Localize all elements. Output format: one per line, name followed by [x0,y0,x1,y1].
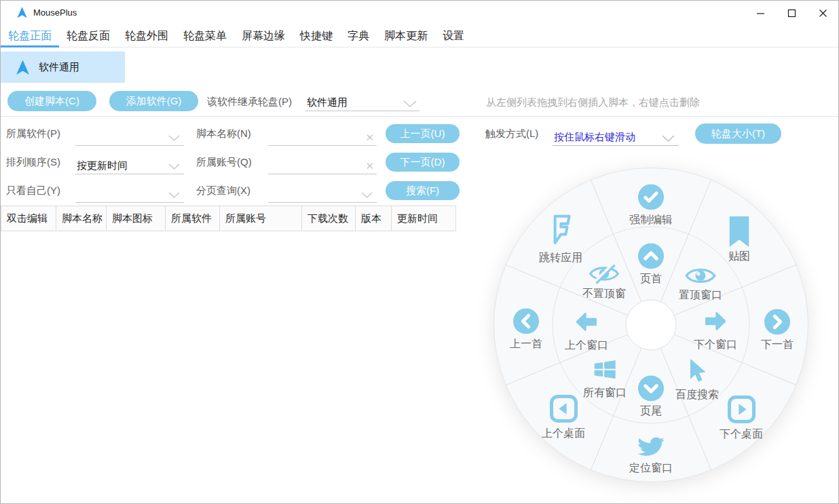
maximize-icon [787,9,796,18]
sort-order-value: 按更新时间 [77,159,128,172]
wheel-item-label: 跳转应用 [539,251,582,265]
header-double-click-edit[interactable]: 双击编辑 [1,206,56,231]
chevron-down-icon [168,135,180,142]
tab-wheel-front[interactable]: 轮盘正面 [1,25,59,47]
tab-dictionary[interactable]: 字典 [340,25,377,47]
title-bar: MousePlus [1,1,838,25]
only-mine-label: 只看自己(Y) [6,185,60,197]
tab-wheel-outer[interactable]: 轮盘外围 [117,25,176,47]
tab-hotkeys[interactable]: 快捷键 [293,25,340,47]
owner-software-select[interactable] [75,130,184,146]
action-wheel: 强制编辑 贴图 下一首 下个桌面 定位窗口 [491,166,810,484]
only-mine-select[interactable] [75,187,184,203]
chevron-up-circle-icon [638,244,664,269]
wheel-item-label: 页尾 [640,404,662,419]
header-owner-software[interactable]: 所属软件 [166,206,220,231]
header-download-count[interactable]: 下载次数 [302,206,356,231]
software-item-selected[interactable]: 软件通用 [1,52,125,83]
wheel-item-label: 百度搜索 [675,388,719,402]
wheel-item-label: 上个窗口 [565,338,608,353]
minimize-icon [756,9,765,18]
header-update-time[interactable]: 更新时间 [392,206,456,231]
wheel-item-pin-window[interactable]: 置顶窗口 [679,266,722,303]
eye-icon [685,266,716,286]
header-script-icon[interactable]: 脚本图标 [107,206,166,231]
wheel-item-label: 上个桌面 [542,427,585,441]
wheel-item-unpin-window[interactable]: 不置顶窗 [582,263,626,301]
sort-order-select[interactable]: 按更新时间 [75,158,184,174]
wheel-item-baidu-search[interactable]: 百度搜索 [675,357,719,402]
clear-icon[interactable]: ✕ [365,160,374,172]
trigger-mode-label: 触发方式(L) [485,128,538,140]
header-owner-account[interactable]: 所属账号 [220,206,302,231]
tab-wheel-menu[interactable]: 轮盘菜单 [176,25,234,47]
wheel-item-next-window[interactable]: 下个窗口 [694,308,737,352]
script-name-input[interactable] [268,130,377,145]
add-software-button[interactable]: 添加软件(G) [109,91,198,111]
trigger-mode-select[interactable]: 按住鼠标右键滑动 [553,130,679,146]
page-query-select[interactable] [268,187,377,203]
script-name-field: ✕ [268,130,377,146]
search-button[interactable]: 搜索(F) [386,181,460,200]
windows-logo-icon [590,356,620,383]
twitter-bird-icon [637,435,665,459]
wheel-item-next-song[interactable]: 下一首 [761,309,794,352]
wheel-item-page-top[interactable]: 页首 [638,244,664,286]
check-circle-icon [638,185,664,210]
trigger-mode-value: 按住鼠标右键滑动 [554,131,635,144]
inherit-wheel-select[interactable]: 软件通用 [305,95,420,111]
app-logo-icon [16,6,29,19]
wheel-item-locate-window[interactable]: 定位窗口 [629,435,673,476]
inherit-wheel-label: 该软件继承轮盘(P) [207,96,292,109]
wheel-item-label: 置顶窗口 [679,288,722,303]
wheel-item-next-desktop[interactable]: 下个桌面 [720,394,763,442]
tab-screen-edge[interactable]: 屏幕边缘 [234,25,293,47]
wheel-size-button[interactable]: 轮盘大小(T) [695,123,781,144]
page-query-label: 分页查询(X) [196,185,250,197]
chevron-down-circle-icon [638,376,664,402]
prev-desktop-icon [548,393,579,424]
wheel-item-all-windows[interactable]: 所有窗口 [583,356,627,400]
chevron-down-icon [361,192,373,199]
wheel-item-page-bottom[interactable]: 页尾 [638,376,664,419]
wheel-item-label: 所有窗口 [583,386,627,400]
divider-line [1,116,838,117]
wheel-item-label: 下个窗口 [694,338,737,352]
wheel-item-label: 上一首 [510,337,542,351]
tab-settings[interactable]: 设置 [435,25,472,47]
wheel-item-label: 下个桌面 [720,427,763,442]
chevron-down-icon [662,135,675,142]
tab-wheel-back[interactable]: 轮盘反面 [59,25,117,47]
wheel-item-pin-image[interactable]: 贴图 [727,216,751,264]
close-icon [819,9,827,18]
next-page-button[interactable]: 下一页(D) [386,153,460,172]
drag-hint-text: 从左侧列表拖拽到右侧插入脚本，右键点击删除 [486,96,700,109]
tab-script-update[interactable]: 脚本更新 [377,25,435,47]
header-script-name[interactable]: 脚本名称 [56,206,107,231]
inherit-wheel-value: 软件通用 [307,96,348,109]
wheel-item-prev-song[interactable]: 上一首 [510,309,542,351]
arrow-left-icon [571,309,602,336]
prev-page-button[interactable]: 上一页(U) [386,124,460,143]
bookmark-icon [727,216,751,247]
owner-account-field: ✕ [268,158,377,174]
wheel-item-label: 页首 [640,272,662,286]
wheel-item-prev-window[interactable]: 上个窗口 [565,309,608,353]
maximize-button[interactable] [776,1,807,25]
software-item-label: 软件通用 [39,61,79,74]
close-button[interactable] [807,1,838,25]
minimize-button[interactable] [745,1,776,25]
create-script-button[interactable]: 创建脚本(C) [7,91,96,111]
wheel-item-force-edit[interactable]: 强制编辑 [629,185,673,227]
eye-slash-icon [589,263,620,284]
wheel-item-prev-desktop[interactable]: 上个桌面 [542,393,585,441]
owner-software-label: 所属软件(P) [6,128,60,140]
clear-icon[interactable]: ✕ [365,132,374,144]
owner-account-input[interactable] [268,158,377,174]
chevron-left-circle-icon [513,309,539,334]
next-desktop-icon [726,394,757,425]
wheel-item-jump-app[interactable]: 跳转应用 [539,214,582,265]
tab-bar: 轮盘正面 轮盘反面 轮盘外围 轮盘菜单 屏幕边缘 快捷键 字典 脚本更新 设置 [1,25,838,47]
header-version[interactable]: 版本 [356,206,392,231]
wheel-item-label: 强制编辑 [629,213,673,227]
